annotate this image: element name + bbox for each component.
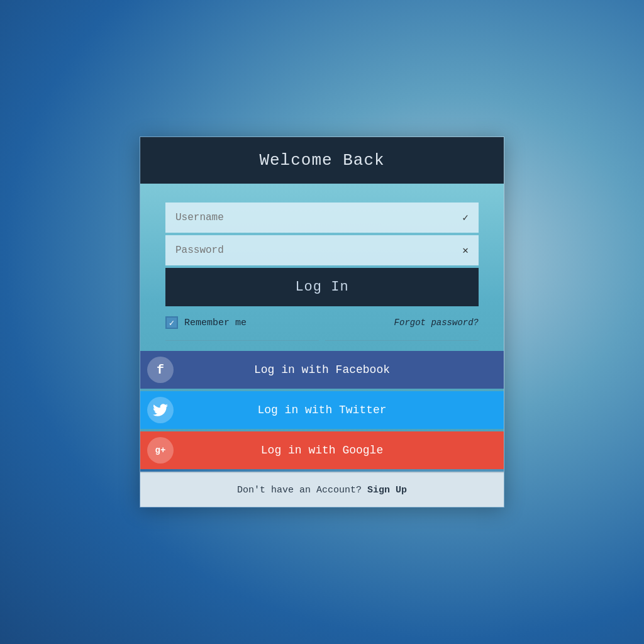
google-plus-text: g+ [155, 445, 166, 455]
password-field-wrapper[interactable]: ✕ [165, 235, 479, 265]
no-account-text: Don't have an Account? [237, 485, 362, 496]
remember-left: ✓ Remember me [165, 316, 247, 329]
google-icon: g+ [147, 437, 174, 464]
password-input[interactable] [175, 245, 457, 256]
signup-link[interactable]: Sign Up [367, 485, 407, 496]
forgot-password-link[interactable]: Forgot password? [394, 318, 479, 328]
login-button[interactable]: Log In [165, 268, 479, 306]
footer-text: Don't have an Account? Sign Up [237, 485, 407, 496]
card-body: ✓ ✕ Log In ✓ Remember me Forgot password… [140, 184, 504, 469]
google-icon-box: g+ [140, 431, 180, 469]
twitter-label: Log in with Twitter [180, 404, 504, 416]
remember-checkbox[interactable]: ✓ [165, 316, 178, 329]
facebook-letter: f [157, 363, 164, 377]
twitter-icon [147, 397, 174, 423]
checkbox-check-icon: ✓ [169, 318, 174, 328]
login-card: Welcome Back ✓ ✕ Log In ✓ Remember me Fo… [140, 136, 504, 508]
twitter-bird-svg [153, 404, 168, 416]
divider-right [325, 340, 479, 341]
password-cross-icon: ✕ [462, 244, 469, 257]
card-header: Welcome Back [140, 137, 504, 184]
facebook-label: Log in with Facebook [180, 364, 504, 376]
welcome-title: Welcome Back [159, 151, 485, 170]
username-check-icon: ✓ [462, 211, 469, 224]
card-footer: Don't have an Account? Sign Up [140, 472, 504, 507]
remember-row: ✓ Remember me Forgot password? [165, 306, 479, 335]
facebook-icon-box: f [140, 351, 180, 389]
facebook-login-button[interactable]: f Log in with Facebook [140, 351, 504, 389]
username-input[interactable] [175, 212, 457, 223]
divider-left [165, 340, 319, 341]
divider-row [165, 335, 479, 351]
twitter-login-button[interactable]: Log in with Twitter [140, 391, 504, 429]
social-buttons-area: f Log in with Facebook Log i [140, 351, 504, 469]
username-field-wrapper[interactable]: ✓ [165, 203, 479, 233]
remember-label: Remember me [184, 318, 247, 328]
google-label: Log in with Google [180, 444, 504, 457]
google-login-button[interactable]: g+ Log in with Google [140, 431, 504, 469]
facebook-icon: f [147, 357, 174, 383]
twitter-icon-box [140, 391, 180, 429]
